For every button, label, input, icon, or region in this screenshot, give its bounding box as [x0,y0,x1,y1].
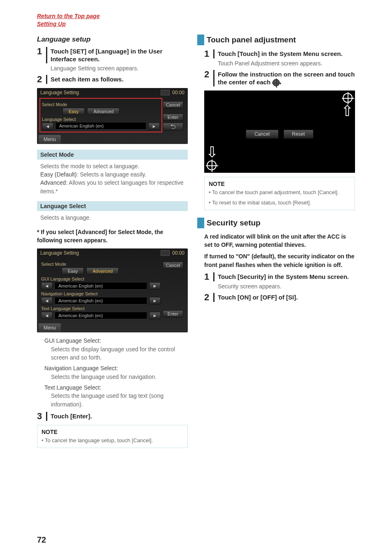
calibration-target-icon[interactable] [207,160,217,170]
step-number-3: 3 [37,412,46,421]
touch-step-number-2: 2 [204,70,213,87]
note-line-1: • To cancel the touch panel adjustment, … [209,189,350,196]
advanced-note: * If you select [Advanced] for Select Mo… [37,228,188,244]
touch-note-box: NOTE • To cancel the touch panel adjustm… [204,177,355,210]
menu-tab[interactable]: Menu [39,323,61,332]
next-arrow-icon[interactable]: ► [149,312,161,319]
reset-button[interactable]: Reset [284,130,314,139]
menu-tab[interactable]: Menu [39,135,61,144]
back-icon[interactable]: ⮌ [163,123,183,131]
page-number: 72 [37,535,46,545]
easy-button[interactable]: Easy [62,267,84,275]
note-title: NOTE [209,181,350,187]
touch-step1-instr: Touch [Touch] in the System Menu screen. [218,50,355,58]
language-select-heading: Language Select [37,201,188,211]
sec-step1-instr: Touch [Security] in the System Menu scre… [218,273,355,281]
heading-marker-icon [197,35,204,45]
advanced-term: Advanced [40,179,66,186]
easy-button[interactable]: Easy [62,108,85,115]
note-title: NOTE [42,429,183,435]
cancel-button[interactable]: Cancel [246,130,278,139]
language-setting-screenshot-easy: Language Setting 00:00 Select Mode Easy … [37,88,188,144]
text-lang-label: Text Language Select [41,306,161,311]
note-line: • To cancel the language setup, touch [C… [42,437,183,444]
text-select-desc: Selects the language used for tag text (… [44,392,188,408]
easy-default-desc: : Selects a language easily. [77,171,146,178]
select-mode-desc: Selects the mode to select a language. [40,162,186,170]
gui-lang-value: American English (en) [55,283,147,290]
ui2-clock: 00:00 [172,250,184,256]
text-select-term: Text Language Select [44,384,100,391]
status-icon [161,90,170,95]
cancel-button[interactable]: Cancel [163,101,183,109]
nav-lang-value: American English (en) [55,297,147,304]
select-mode-heading: Select Mode [37,150,188,160]
status-icon [161,250,170,256]
step-number-1: 1 [37,47,46,63]
heading-marker-icon [197,218,204,228]
security-paragraph-1: A red indicator will blink on the unit a… [204,232,355,249]
note-box: NOTE • To cancel the language setup, tou… [37,425,188,448]
step1-sub: Language Setting screen appears. [37,65,188,72]
security-setup-heading: Security setup [207,218,261,227]
text-lang-value: American English (en) [55,312,147,319]
step-number-2: 2 [37,75,46,84]
ui1-title: Language Setting [40,90,79,95]
up-arrow-icon: ⇧ [341,104,353,118]
step1-instruction: Touch [SET] of [Language] in the User In… [51,47,188,63]
touch-adjustment-screenshot: ⇧ Cancel Reset ⇩ [204,91,355,173]
ui1-clock: 00:00 [172,90,184,95]
cancel-button[interactable]: Cancel [163,262,183,269]
easy-default-term: Easy (Default) [40,171,77,178]
prev-arrow-icon[interactable]: ◄ [41,297,53,304]
prev-arrow-icon[interactable]: ◄ [42,123,53,130]
language-setup-heading: Language setup [37,35,188,44]
nav-lang-label: Navigation Language Select [41,291,161,296]
enter-button[interactable]: Enter [163,114,183,121]
note-line-2: • To reset to the initial status, touch … [209,199,350,207]
security-paragraph-2: If turned to "ON" (default), the securit… [204,252,355,269]
nav-select-desc: Selects the language used for navigation… [44,373,188,381]
touch-step2-instr: Follow the instruction on the screen and… [218,70,355,87]
touch-step-number-1: 1 [204,49,213,58]
down-arrow-icon: ⇩ [206,145,218,160]
target-icon [272,79,280,86]
prev-arrow-icon[interactable]: ◄ [41,282,53,290]
sec-step2-instr: Touch [ON] or [OFF] of [SI]. [218,293,355,302]
language-value: American English (en) [56,123,146,130]
next-arrow-icon[interactable]: ► [149,282,161,290]
touch-panel-heading: Touch panel adjustment [207,35,296,44]
section-link[interactable]: Setting Up [37,20,355,28]
sec-step1-sub: Security screen appears. [204,283,355,290]
language-select-label: Language Select [42,117,160,122]
step3-instruction: Touch [Enter]. [51,412,188,420]
sec-step-number-1: 1 [204,272,213,281]
gui-select-desc: Selects the display language used for th… [44,345,188,362]
calibration-target-icon[interactable] [343,93,353,103]
ui2-title: Language Setting [40,250,79,256]
gui-select-term: GUI Language Select [44,337,99,344]
prev-arrow-icon[interactable]: ◄ [41,312,53,319]
next-arrow-icon[interactable]: ► [149,297,161,304]
advanced-button[interactable]: Advanced [86,267,119,275]
language-select-desc: Selects a language. [37,211,188,222]
nav-select-term: Navigation Language Select [44,365,116,371]
touch-step1-sub: Touch Panel Adjustment screen appears. [204,60,355,67]
next-arrow-icon[interactable]: ► [148,123,160,130]
step2-instruction: Set each item as follows. [51,75,188,84]
ui2-select-mode-label: Select Mode [41,262,161,267]
return-top-link[interactable]: Return to the Top page [37,12,355,20]
language-setting-screenshot-advanced: Language Setting 00:00 Select Mode Easy … [37,248,188,332]
gui-lang-label: GUI Language Select [41,276,161,281]
sec-step-number-2: 2 [204,293,213,302]
enter-button[interactable]: Enter [163,310,183,318]
advanced-button[interactable]: Advanced [87,108,120,115]
select-mode-label: Select Mode [42,102,160,107]
